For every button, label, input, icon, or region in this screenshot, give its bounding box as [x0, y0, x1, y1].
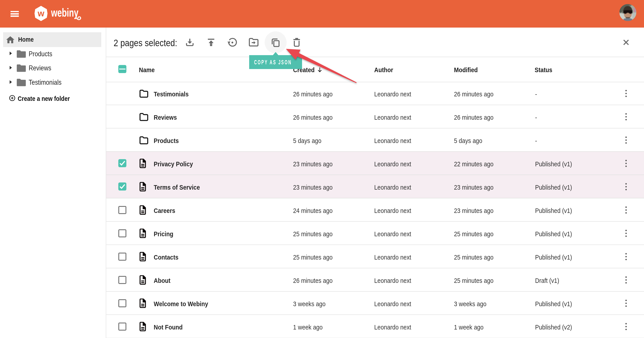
svg-text:webiny: webiny — [51, 6, 78, 19]
svg-text:w: w — [38, 9, 44, 18]
